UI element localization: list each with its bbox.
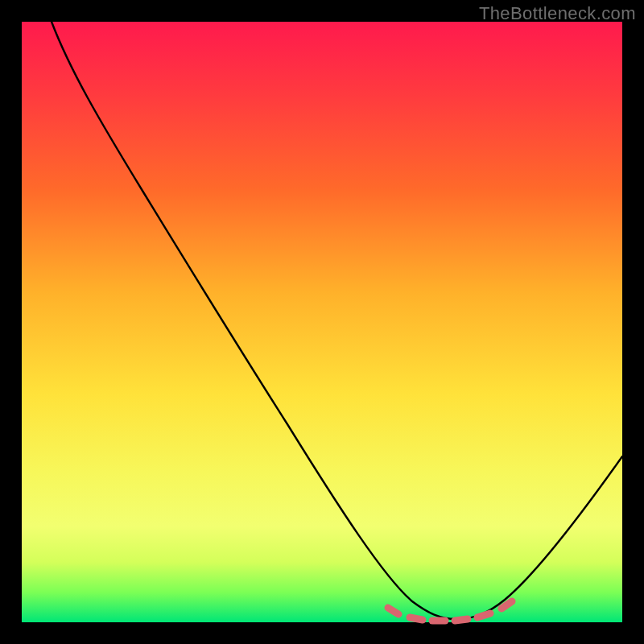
bottleneck-curve	[52, 22, 622, 619]
optimal-marker	[502, 601, 512, 609]
chart-frame: TheBottleneck.com	[0, 0, 644, 644]
optimal-marker	[455, 619, 468, 621]
optimal-marker	[388, 608, 398, 614]
chart-svg	[22, 22, 622, 622]
optimal-marker	[410, 617, 423, 620]
watermark-text: TheBottleneck.com	[479, 3, 636, 24]
optimal-marker	[477, 613, 490, 617]
